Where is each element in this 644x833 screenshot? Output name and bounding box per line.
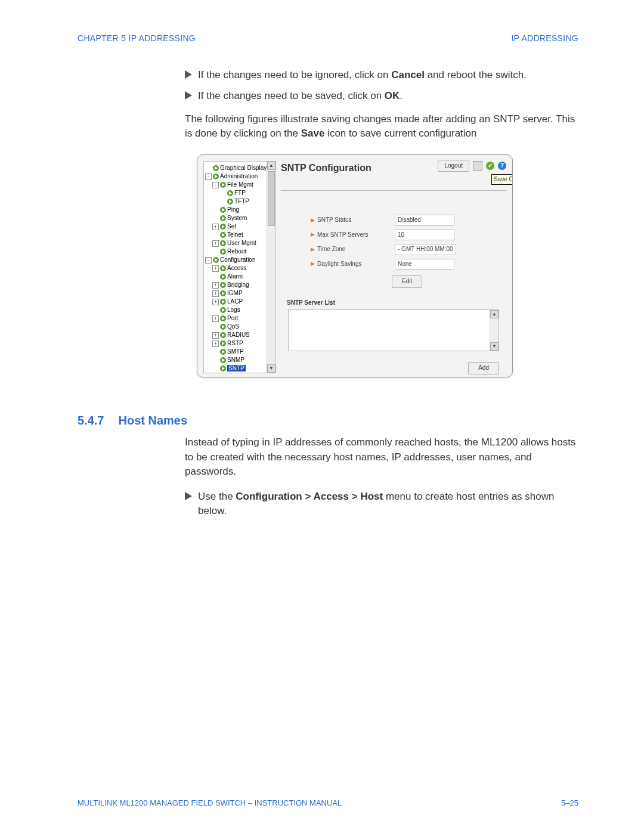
nav-item-rstp[interactable]: +RSTP xyxy=(205,339,266,348)
add-button[interactable]: Add xyxy=(468,362,499,374)
nav-item-telnet[interactable]: Telnet xyxy=(205,231,266,239)
play-icon xyxy=(220,299,226,305)
triangle-icon xyxy=(185,70,192,79)
triangle-icon xyxy=(185,492,192,500)
nav-tree[interactable]: Graphical Display-Administration-File Mg… xyxy=(203,161,276,373)
nav-item-ftp[interactable]: FTP xyxy=(205,189,266,197)
edit-button[interactable]: Edit xyxy=(392,275,422,288)
play-icon xyxy=(213,165,219,171)
list-scrollbar[interactable]: ▲ ▼ xyxy=(490,310,499,351)
play-icon xyxy=(220,182,226,188)
play-icon xyxy=(220,215,226,221)
bullet-2: If the changes need to be saved, click o… xyxy=(185,89,578,104)
play-icon xyxy=(213,257,219,263)
nav-scrollbar[interactable]: ▲ ▼ xyxy=(267,162,275,373)
nav-item-access[interactable]: +Access xyxy=(205,264,266,272)
nav-item-set[interactable]: +Set xyxy=(205,222,266,231)
refresh-icon[interactable]: ✓ xyxy=(486,162,494,170)
field-value: - GMT HH:00 MM:00 xyxy=(395,244,456,255)
triangle-icon xyxy=(185,91,192,100)
field-time-zone: ▶Time Zone- GMT HH:00 MM:00 xyxy=(311,244,506,255)
help-icon[interactable]: ? xyxy=(498,162,506,170)
play-icon xyxy=(213,174,219,179)
play-icon xyxy=(220,274,226,280)
play-icon xyxy=(227,199,233,205)
play-icon xyxy=(220,349,226,355)
play-icon xyxy=(220,324,226,330)
nav-item-administration[interactable]: -Administration xyxy=(205,172,266,181)
page-header: CHAPTER 5 IP ADDRESSING IP ADDRESSING xyxy=(78,32,578,44)
field-value: Disabled xyxy=(395,215,454,226)
section-title: Host Names xyxy=(118,412,187,429)
nav-item-radius[interactable]: +RADIUS xyxy=(205,331,266,339)
play-icon xyxy=(220,357,226,363)
bullet-3: Use the Configuration > Access > Host me… xyxy=(185,490,578,519)
server-list[interactable]: ▲ ▼ xyxy=(288,309,499,351)
nav-item-logs[interactable]: Logs xyxy=(205,306,266,314)
paragraph-1: The following figures illustrate saving … xyxy=(185,112,578,141)
bullet-1: If the changes need to be ignored, click… xyxy=(185,68,578,83)
arrow-icon: ▶ xyxy=(311,260,315,268)
nav-item-system[interactable]: System xyxy=(205,214,266,222)
paragraph-2: Instead of typing in IP addresses of com… xyxy=(185,435,578,479)
nav-item-qos[interactable]: QoS xyxy=(205,323,266,331)
nav-item-alarm[interactable]: Alarm xyxy=(205,272,266,281)
nav-item-file-mgmt[interactable]: -File Mgmt xyxy=(205,181,266,189)
play-icon xyxy=(220,290,226,296)
nav-item-statistics[interactable]: +Statistics xyxy=(205,373,266,373)
sntp-screenshot: Graphical Display-Administration-File Mg… xyxy=(197,154,513,377)
arrow-icon: ▶ xyxy=(311,216,315,224)
scroll-thumb[interactable] xyxy=(268,171,275,226)
footer-right: 5–25 xyxy=(561,798,578,809)
list-scroll-down-icon[interactable]: ▼ xyxy=(490,342,499,351)
nav-item-user-mgmt[interactable]: +User Mgmt xyxy=(205,239,266,247)
nav-item-bridging[interactable]: +Bridging xyxy=(205,281,266,289)
logout-button[interactable]: Logout xyxy=(438,160,469,172)
play-icon xyxy=(220,265,226,271)
play-icon xyxy=(220,332,226,338)
save-icon[interactable] xyxy=(473,161,482,171)
play-icon xyxy=(227,190,233,196)
save-tooltip: Save Configuration xyxy=(491,174,513,185)
scroll-up-icon[interactable]: ▲ xyxy=(267,162,275,170)
field-max-sntp-servers: ▶Max SNTP Servers10 xyxy=(311,230,506,241)
nav-item-reboot[interactable]: Reboot xyxy=(205,247,266,256)
nav-item-graphical-display[interactable]: Graphical Display xyxy=(205,164,266,172)
play-icon xyxy=(220,366,226,371)
field-value: 10 xyxy=(395,230,454,241)
play-icon xyxy=(220,232,226,238)
list-scroll-up-icon[interactable]: ▲ xyxy=(490,310,499,318)
play-icon xyxy=(220,340,226,346)
nav-item-port[interactable]: +Port xyxy=(205,314,266,323)
nav-item-lacp[interactable]: +LACP xyxy=(205,298,266,306)
field-value: None xyxy=(395,259,454,270)
field-daylight-savings: ▶Daylight SavingsNone xyxy=(311,259,506,270)
header-right: IP ADDRESSING xyxy=(511,32,578,44)
play-icon xyxy=(220,307,226,313)
section-number: 5.4.7 xyxy=(78,412,104,429)
header-left: CHAPTER 5 IP ADDRESSING xyxy=(78,32,196,44)
play-icon xyxy=(220,240,226,246)
arrow-icon: ▶ xyxy=(311,246,315,253)
nav-item-snmp[interactable]: SNMP xyxy=(205,356,266,364)
server-list-title: SNTP Server List xyxy=(287,299,506,308)
nav-item-configuration[interactable]: -Configuration xyxy=(205,256,266,264)
scroll-down-icon[interactable]: ▼ xyxy=(267,364,275,373)
play-icon xyxy=(220,282,226,288)
arrow-icon: ▶ xyxy=(311,231,315,239)
nav-item-ping[interactable]: Ping xyxy=(205,206,266,214)
nav-item-sntp[interactable]: SNTP xyxy=(205,364,266,373)
play-icon xyxy=(220,249,226,255)
footer-left: MULTILINK ML1200 MANAGED FIELD SWITCH – … xyxy=(78,798,342,809)
section-heading: 5.4.7 Host Names xyxy=(78,412,578,429)
play-icon xyxy=(220,315,226,321)
nav-item-tftp[interactable]: TFTP xyxy=(205,197,266,206)
play-icon xyxy=(220,207,226,213)
nav-item-smtp[interactable]: SMTP xyxy=(205,348,266,356)
field-sntp-status: ▶SNTP StatusDisabled xyxy=(311,215,506,226)
play-icon xyxy=(220,224,226,230)
page-footer: MULTILINK ML1200 MANAGED FIELD SWITCH – … xyxy=(78,798,578,809)
nav-item-igmp[interactable]: +IGMP xyxy=(205,289,266,298)
